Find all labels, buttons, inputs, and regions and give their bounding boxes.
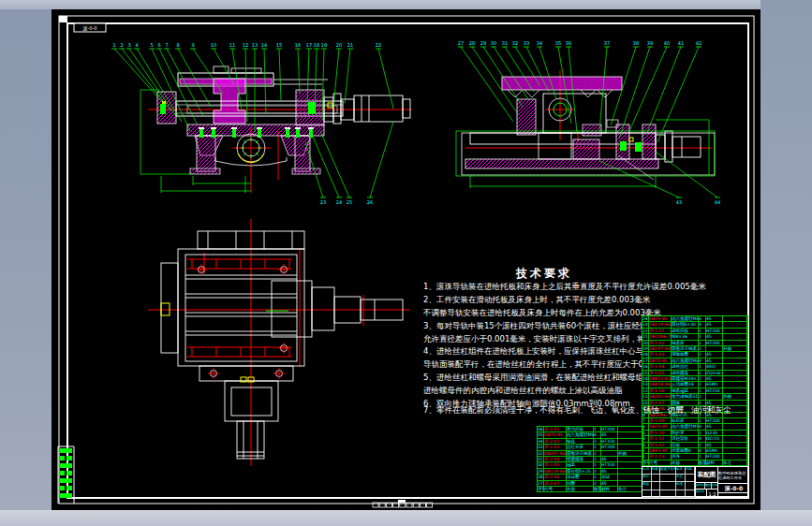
- bom-cell: [723, 352, 747, 357]
- balloon-number: 32: [512, 40, 518, 46]
- balloon-number: 24: [336, 199, 342, 205]
- tech-requirement-line: 1、滚珠导轨装在进给托板和床身上之后其垂直度及不平行度允许误差0.005毫米: [423, 281, 721, 294]
- bom-cell: HT150: [706, 388, 723, 393]
- balloon-number: 2: [120, 42, 123, 48]
- bom-cell: 45: [706, 358, 723, 363]
- bom-cell: 31: [538, 457, 544, 461]
- bom-cell: 圆锥滚子轴承: [672, 346, 699, 351]
- balloon-number: 33: [524, 40, 529, 46]
- bom-cell: 27: [538, 481, 544, 486]
- bom-cell: 滑动托板: [567, 427, 594, 431]
- balloon-number: 4: [135, 42, 138, 48]
- bom-cell: 滚-2-02: [544, 439, 567, 444]
- bom-cell: [618, 427, 642, 431]
- bom-cell: 24: [642, 316, 649, 321]
- bom-cell: [618, 462, 642, 467]
- bom-cell: 外购: [618, 451, 642, 456]
- bom-header-cell: 材料: [601, 487, 618, 491]
- balloon-number: 40: [664, 40, 670, 46]
- bom-cell: [618, 469, 642, 474]
- bom-cell: 圆锥滚子轴承: [567, 451, 594, 456]
- bom-cell: 18: [642, 352, 649, 357]
- balloon-number: 8: [176, 42, 179, 48]
- corner-label: 滚-0-0: [83, 25, 97, 32]
- bom-cell: 20: [642, 341, 649, 345]
- bom-cell: [723, 329, 747, 333]
- bom-cell: 1: [699, 364, 706, 369]
- balloon-number: 3: [127, 42, 130, 48]
- bom-cell: 13: [642, 382, 649, 387]
- tech-requirement-line: 2、工件安装在滑动托板及床身上时，其不平行度允差0.003毫米: [423, 294, 721, 307]
- balloon-number: 37: [604, 40, 610, 46]
- bom-cell: 滚-1-09: [649, 418, 672, 423]
- bom-cell: 丝杠支座: [567, 445, 594, 449]
- bom-cell: 进给丝杠: [672, 364, 699, 369]
- bom-cell: 7: [642, 418, 649, 423]
- bom-cell: 29: [538, 469, 544, 474]
- bom-cell: 3: [642, 443, 649, 447]
- title-block-cell: [642, 490, 652, 498]
- title-block-bottom-cell: [717, 492, 749, 498]
- bom-cell: [723, 418, 747, 423]
- balloon-number: 27: [458, 40, 464, 46]
- balloon-number: 25: [347, 199, 352, 205]
- bom-cell: 挡圈: [567, 481, 594, 486]
- bom-cell: 1: [699, 418, 706, 423]
- title-block-cell: [686, 482, 695, 489]
- balloon-number: 12: [243, 42, 248, 48]
- bom-cell: GB70-85: [649, 424, 672, 429]
- bom-cell: 压板: [672, 443, 699, 447]
- balloon-number: 22: [376, 42, 381, 48]
- balloon-number: 23: [320, 199, 326, 205]
- bom-cell: GB93-87: [649, 448, 672, 453]
- title-block-cell: 设计: [642, 475, 652, 482]
- bom-cell: 45: [706, 334, 723, 339]
- bom-cell: 圆螺母M24×1.5: [672, 376, 699, 381]
- bom-cell: 2: [699, 352, 706, 357]
- title-block-cell: 处数: [652, 467, 660, 475]
- bom-cell: 2: [699, 382, 706, 387]
- bom-cell: 滚-1-03: [649, 352, 672, 357]
- bom-cell: 40Cr: [706, 364, 723, 369]
- bom-cell: [723, 334, 747, 339]
- bom-cell: 4: [642, 436, 649, 441]
- balloon-number: 11: [229, 42, 235, 48]
- bom-cell: 1: [699, 334, 706, 339]
- balloon-number: 19: [321, 42, 327, 48]
- bom-cell: 21: [642, 334, 649, 339]
- bom-cell: 1: [699, 371, 706, 375]
- bom-cell: [723, 443, 747, 447]
- bom-cell: 防护罩: [672, 431, 699, 435]
- bom-cell: 1: [594, 462, 601, 467]
- bom-header-cell: 代号: [649, 460, 672, 465]
- bom-cell: 2: [699, 443, 706, 447]
- bom-header-cell: 材料: [706, 460, 723, 465]
- bom-cell: 15: [642, 371, 649, 375]
- bom-cell: 滚-1-10: [649, 431, 672, 435]
- bom-cell: [618, 439, 642, 444]
- balloon-number: 16: [295, 42, 301, 48]
- balloon-number: 17: [306, 42, 312, 48]
- title-block-cell: 校核: [642, 482, 652, 489]
- bom-cell: 调整垫圈: [672, 352, 699, 357]
- title-block-cell: [686, 490, 695, 498]
- bom-cell: GB812-85: [649, 376, 672, 381]
- bom-cell: 内六角螺钉M8×25: [672, 358, 699, 363]
- bom-cell: 滚-2-01: [544, 427, 567, 431]
- balloon-number: 43: [676, 199, 682, 205]
- bom-cell: [723, 448, 747, 453]
- bom-cell: ZQSn6-6-3: [706, 371, 723, 375]
- bom-cell: [618, 475, 642, 479]
- bom-cell: 4: [699, 436, 706, 441]
- bom-cell: 滚-2-03: [544, 445, 567, 449]
- bom-cell: [723, 316, 747, 321]
- bom-cell: 滚-2-06: [544, 475, 567, 479]
- balloon-number: 35: [555, 40, 561, 46]
- bom-cell: [723, 436, 747, 441]
- title-block-cell: [652, 482, 660, 489]
- bom-cell: GB297-84: [649, 346, 672, 351]
- bom-cell: [723, 322, 747, 327]
- bom-cell: 4: [699, 322, 706, 327]
- title-block-cell: 工艺: [676, 475, 686, 482]
- title-block-cell: 签字: [676, 467, 686, 475]
